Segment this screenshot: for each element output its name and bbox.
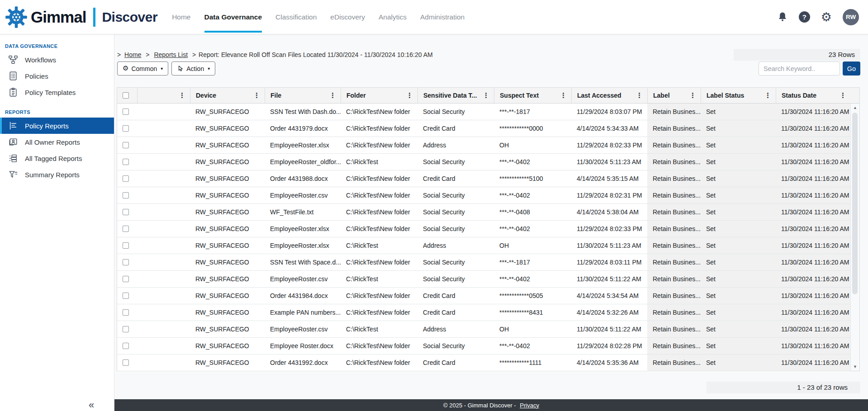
- row-checkbox[interactable]: [123, 293, 129, 299]
- search-input[interactable]: [759, 61, 840, 76]
- row-blank-cell: [137, 338, 190, 354]
- scroll-down-icon[interactable]: ▼: [851, 364, 859, 369]
- row-checkbox[interactable]: [123, 242, 129, 249]
- row-checkbox[interactable]: [123, 343, 129, 349]
- table-row[interactable]: RW_SURFACEGO Order 4431992.docx C:\RickT…: [117, 354, 851, 371]
- column-header-last-accessed[interactable]: Last Accessed⋮: [571, 88, 647, 103]
- sidebar-item-policy-reports[interactable]: Policy Reports: [0, 118, 114, 134]
- row-checkbox[interactable]: [123, 226, 129, 232]
- column-menu-icon[interactable]: ⋮: [251, 91, 262, 99]
- column-menu-icon[interactable]: ⋮: [558, 91, 569, 99]
- table-row[interactable]: RW_SURFACEGO EmployeeRoster.xlsx C:\Rick…: [117, 137, 851, 154]
- device-cell: RW_SURFACEGO: [190, 354, 265, 371]
- row-checkbox[interactable]: [123, 109, 129, 115]
- scrollbar-thumb[interactable]: [852, 113, 858, 294]
- nav-home[interactable]: Home: [172, 0, 190, 34]
- column-header-sensitive-data-type[interactable]: Sensitive Data T...⋮: [417, 88, 494, 103]
- table-row[interactable]: RW_SURFACEGO EmployeeRoster.xlsx C:\Rick…: [117, 237, 851, 254]
- common-menu-button[interactable]: ⚙ Common ▾: [117, 61, 168, 76]
- row-checkbox[interactable]: [123, 259, 129, 265]
- table-row[interactable]: RW_SURFACEGO SSN Test With Dash.do... C:…: [117, 104, 851, 120]
- table-row[interactable]: RW_SURFACEGO Example PAN numbers... C:\R…: [117, 304, 851, 321]
- sidebar-item-summary-reports[interactable]: Summary Reports: [0, 166, 114, 183]
- column-header-suspect-text[interactable]: Suspect Text⋮: [494, 88, 571, 103]
- column-menu-icon[interactable]: ⋮: [838, 91, 848, 99]
- action-menu-button[interactable]: Action ▾: [171, 61, 215, 76]
- row-checkbox[interactable]: [123, 142, 129, 148]
- nav-data-governance[interactable]: Data Governance: [204, 0, 262, 34]
- table-row[interactable]: RW_SURFACEGO EmployeeRoster.xlsx C:\Rick…: [117, 221, 851, 237]
- table-row[interactable]: RW_SURFACEGO Order 4431984.docx C:\RickT…: [117, 288, 851, 304]
- column-menu-icon[interactable]: ⋮: [688, 91, 698, 99]
- status-date-cell: 11/30/2024 11:16:20 AM: [776, 271, 851, 287]
- column-menu-icon[interactable]: ⋮: [404, 91, 415, 99]
- sidebar-item-all-tagged-reports[interactable]: All Tagged Reports: [0, 150, 114, 166]
- scroll-up-icon[interactable]: ▲: [851, 105, 859, 110]
- column-menu-icon[interactable]: ⋮: [634, 91, 645, 99]
- column-header-blank[interactable]: ⋮: [137, 88, 190, 103]
- row-checkbox[interactable]: [123, 309, 129, 316]
- row-blank-cell: [137, 304, 190, 321]
- settings-gear-icon[interactable]: ⚙: [821, 11, 832, 23]
- go-button[interactable]: Go: [843, 61, 860, 76]
- column-header-folder[interactable]: Folder⋮: [341, 88, 417, 103]
- nav-analytics[interactable]: Analytics: [379, 0, 407, 34]
- nav-ediscovery[interactable]: eDiscovery: [330, 0, 365, 34]
- row-checkbox[interactable]: [123, 276, 129, 282]
- breadcrumb-reports-list-link[interactable]: Reports List: [154, 51, 188, 58]
- sidebar-item-policy-templates[interactable]: Policy Templates: [0, 84, 114, 100]
- file-cell: Employee Roster.docx: [265, 338, 341, 354]
- column-menu-icon[interactable]: ⋮: [481, 91, 491, 99]
- status-date-cell: 11/30/2024 11:16:20 AM: [776, 154, 851, 170]
- row-checkbox[interactable]: [123, 209, 129, 215]
- last-accessed-cell: 11/29/2024 8:02:33 PM: [571, 221, 647, 237]
- column-header-device[interactable]: Device⋮: [190, 88, 265, 103]
- row-checkbox[interactable]: [123, 159, 129, 165]
- table-row[interactable]: RW_SURFACEGO EmployeeRoster_oldfor... C:…: [117, 154, 851, 170]
- table-row[interactable]: RW_SURFACEGO SSN Test With Space.d... C:…: [117, 254, 851, 271]
- folder-cell: C:\RickTest: [341, 321, 417, 337]
- table-row[interactable]: RW_SURFACEGO EmployeeRoster.csv C:\RickT…: [117, 187, 851, 204]
- sidebar-item-policies[interactable]: Policies: [0, 68, 114, 84]
- row-checkbox[interactable]: [123, 326, 129, 332]
- column-menu-icon[interactable]: ⋮: [327, 91, 338, 99]
- row-select-cell: [117, 137, 137, 153]
- privacy-link[interactable]: Privacy: [520, 402, 539, 409]
- sidebar-item-all-owner-reports[interactable]: All Owner Reports: [0, 134, 114, 150]
- last-accessed-cell: 11/29/2024 8:03:07 PM: [571, 104, 647, 120]
- column-menu-icon[interactable]: ⋮: [763, 91, 773, 99]
- table-row[interactable]: RW_SURFACEGO Employee Roster.docx C:\Ric…: [117, 338, 851, 354]
- column-header-label-status[interactable]: Label Status⋮: [701, 88, 776, 103]
- sidebar-item-workflows[interactable]: Workflows: [0, 52, 114, 68]
- brand-logo[interactable]: Gimmal Discover: [5, 5, 157, 29]
- user-avatar[interactable]: RW: [843, 9, 859, 25]
- row-checkbox[interactable]: [123, 192, 129, 198]
- help-icon[interactable]: ?: [799, 11, 810, 23]
- column-header-select-all[interactable]: [117, 88, 137, 103]
- file-cell: Order 4431984.docx: [265, 288, 341, 304]
- label-status-cell: Set: [701, 204, 776, 220]
- table-row[interactable]: RW_SURFACEGO EmployeeRoster.csv C:\RickT…: [117, 321, 851, 338]
- last-accessed-cell: 11/29/2024 8:02:31 PM: [571, 187, 647, 203]
- table-row[interactable]: RW_SURFACEGO Order 4431988.docx C:\RickT…: [117, 170, 851, 187]
- table-row[interactable]: RW_SURFACEGO EmployeeRoster.csv C:\RickT…: [117, 271, 851, 288]
- column-menu-icon[interactable]: ⋮: [177, 91, 187, 99]
- select-all-checkbox[interactable]: [123, 92, 129, 99]
- column-header-file[interactable]: File⋮: [265, 88, 341, 103]
- row-checkbox[interactable]: [123, 175, 129, 182]
- nav-administration[interactable]: Administration: [420, 0, 465, 34]
- column-header-label[interactable]: Label⋮: [647, 88, 701, 103]
- device-cell: RW_SURFACEGO: [190, 271, 265, 287]
- row-checkbox[interactable]: [123, 359, 129, 366]
- sidebar-collapse-icon[interactable]: «: [89, 399, 94, 411]
- breadcrumb-home-link[interactable]: Home: [124, 51, 141, 58]
- vertical-scrollbar[interactable]: ▲ ▼: [850, 104, 859, 371]
- file-cell: EmployeeRoster.xlsx: [265, 137, 341, 153]
- device-cell: RW_SURFACEGO: [190, 187, 265, 203]
- table-row[interactable]: RW_SURFACEGO WF_TestFile.txt C:\RickTest…: [117, 204, 851, 221]
- column-header-status-date[interactable]: Status Date⋮: [776, 88, 851, 103]
- notifications-bell-icon[interactable]: [777, 11, 788, 23]
- nav-classification[interactable]: Classification: [275, 0, 317, 34]
- table-row[interactable]: RW_SURFACEGO Order 4431979.docx C:\RickT…: [117, 120, 851, 137]
- row-checkbox[interactable]: [123, 125, 129, 132]
